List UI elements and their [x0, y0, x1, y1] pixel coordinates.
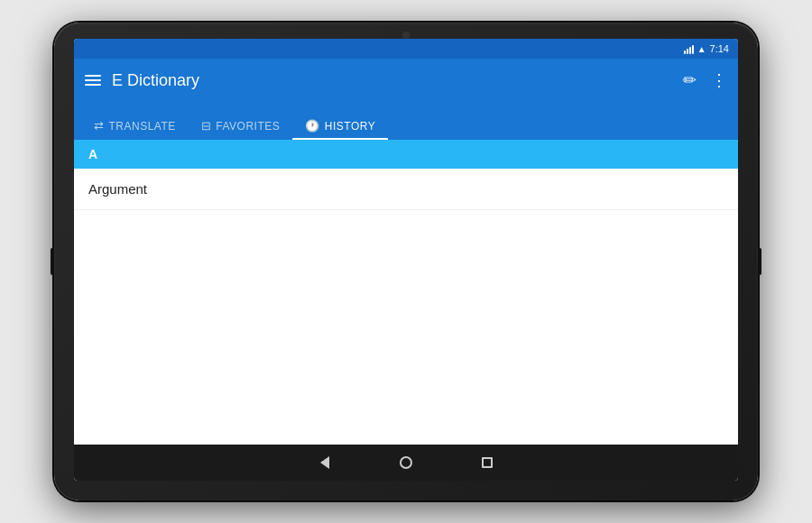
back-button[interactable] — [311, 449, 338, 476]
home-button[interactable] — [392, 449, 420, 476]
tablet-device: ▲ 7:14 E Dictionary ✏ ⋮ ⇄ TRANSLATE — [54, 23, 758, 500]
more-options-button[interactable]: ⋮ — [711, 70, 727, 90]
status-bar: ▲ 7:14 — [74, 39, 738, 59]
recent-square-icon — [482, 457, 493, 468]
history-icon: 🕐 — [305, 119, 320, 133]
power-button-right — [758, 248, 761, 275]
tab-translate[interactable]: ⇄ TRANSLATE — [81, 119, 189, 140]
bookmark-icon: ⊟ — [201, 119, 212, 133]
edit-button[interactable]: ✏ — [683, 70, 697, 90]
content-area: A Argument — [74, 140, 738, 443]
list-item-text: Argument — [88, 181, 147, 197]
translate-icon: ⇄ — [94, 119, 105, 133]
bottom-navigation — [74, 445, 738, 481]
status-icons: ▲ 7:14 — [684, 43, 729, 54]
toolbar-actions: ✏ ⋮ — [683, 70, 727, 90]
hamburger-menu-button[interactable] — [85, 75, 101, 86]
signal-icon — [684, 43, 694, 54]
tab-favorites-label: FAVORITES — [216, 120, 280, 133]
back-triangle-icon — [320, 456, 329, 469]
volume-button-left — [51, 248, 54, 275]
tab-history-label: HISTORY — [325, 120, 375, 133]
app-toolbar: E Dictionary ✏ ⋮ — [74, 59, 738, 102]
tab-translate-label: TRANSLATE — [109, 120, 176, 133]
screen: ▲ 7:14 E Dictionary ✏ ⋮ ⇄ TRANSLATE — [74, 39, 738, 481]
section-letter: A — [88, 147, 97, 161]
app-title: E Dictionary — [112, 71, 672, 90]
recent-apps-button[interactable] — [474, 449, 501, 476]
home-circle-icon — [400, 456, 412, 469]
tab-favorites[interactable]: ⊟ FAVORITES — [189, 119, 292, 140]
tab-history[interactable]: 🕐 HISTORY — [292, 119, 388, 140]
time-display: 7:14 — [710, 43, 729, 54]
list-item[interactable]: Argument — [74, 169, 738, 210]
section-header-a: A — [74, 140, 738, 169]
wifi-icon: ▲ — [697, 44, 706, 54]
tabs-bar: ⇄ TRANSLATE ⊟ FAVORITES 🕐 HISTORY — [74, 102, 738, 140]
